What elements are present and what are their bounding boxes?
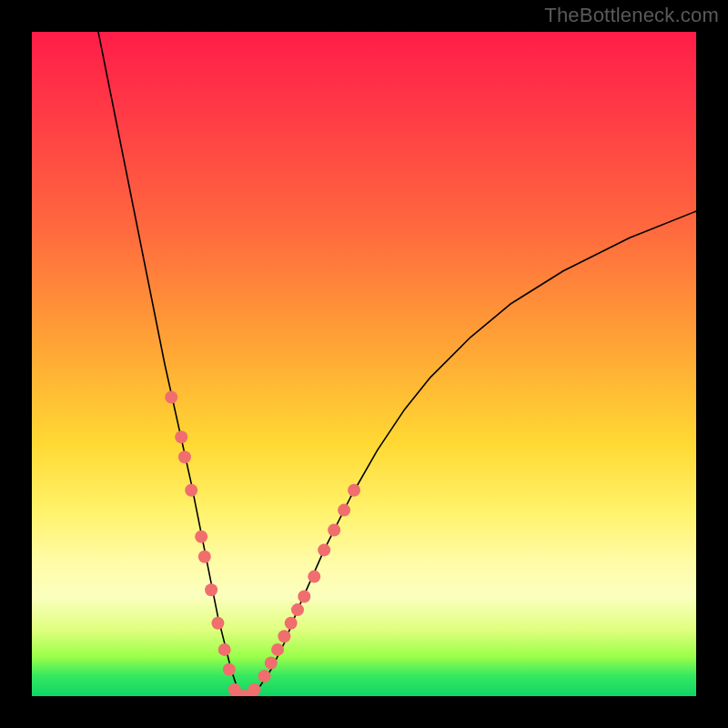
marker-point [248,683,261,696]
marker-point [175,430,187,443]
marker-point [308,571,320,583]
marker-point [185,484,197,497]
marker-point [258,670,271,682]
marker-point [285,617,298,630]
marker-point [198,551,211,563]
marker-point [278,630,290,642]
marker-point [218,643,231,656]
marker-point [291,603,304,616]
bottleneck-curve [98,32,696,696]
marker-point [205,583,217,596]
marker-group [165,391,360,697]
chart-svg [32,32,696,696]
marker-point [211,617,224,630]
watermark-text: TheBottleneck.com [544,4,719,27]
marker-point [271,643,284,656]
marker-point [318,543,330,556]
marker-point [298,591,310,603]
chart-container: TheBottleneck.com [0,0,728,728]
marker-point [195,531,207,543]
marker-point [178,450,191,463]
marker-point [165,391,177,404]
marker-point [338,504,350,517]
marker-point [223,663,236,676]
marker-point [328,524,340,537]
marker-point [265,657,278,670]
marker-point [348,484,360,497]
